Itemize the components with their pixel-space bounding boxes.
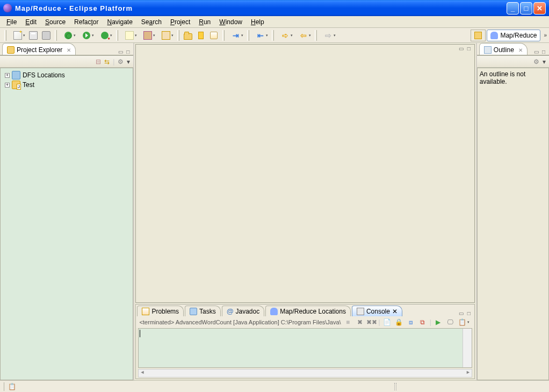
menu-window[interactable]: Window	[215, 17, 247, 27]
window-close-button[interactable]: ✕	[533, 2, 546, 14]
close-icon[interactable]: ✕	[392, 308, 398, 315]
open-perspective-button[interactable]	[471, 30, 486, 41]
new-java-button[interactable]	[121, 30, 138, 41]
tab-console[interactable]: Console ✕	[352, 306, 402, 316]
link-editor-button[interactable]: ⇆	[104, 58, 110, 66]
open-icon: ▶	[436, 318, 440, 326]
run-button[interactable]	[78, 30, 95, 41]
task-button[interactable]	[208, 30, 220, 41]
back-button[interactable]: ⇦	[295, 30, 312, 41]
display-console-button[interactable]: 🖵	[445, 317, 455, 327]
bottom-view-controls: ▭ □	[458, 310, 474, 316]
scroll-lock-button[interactable]: 🔒	[394, 317, 404, 327]
view-menu-button[interactable]: ▾	[127, 58, 130, 66]
expand-toggle[interactable]: +	[5, 73, 10, 78]
close-icon[interactable]: ✕	[518, 47, 523, 53]
console-output[interactable]	[138, 328, 472, 368]
maximize-editor-button[interactable]: □	[466, 46, 472, 52]
window-maximize-button[interactable]: □	[520, 2, 532, 14]
minimize-editor-button[interactable]: ▭	[458, 46, 464, 52]
print-button[interactable]	[40, 30, 52, 41]
tab-mapreduce-locations[interactable]: Map/Reduce Locations	[265, 306, 351, 316]
window-minimize-button[interactable]: _	[507, 2, 519, 14]
tree-label: Test	[23, 81, 34, 89]
workbench: Project Explorer ✕ ▭ □ ⊟ ⇆ | ⚙ ▾ + DFS L…	[0, 43, 549, 380]
new-button[interactable]	[9, 30, 26, 41]
save-button[interactable]	[27, 30, 39, 41]
tab-tasks[interactable]: Tasks	[185, 306, 221, 316]
tree-item-test[interactable]: + Test	[3, 80, 131, 90]
new-console-button[interactable]: 📋▾	[457, 317, 471, 327]
expand-toggle[interactable]: +	[5, 83, 10, 88]
remove-launch-button[interactable]: ✖	[355, 317, 365, 327]
status-separator[interactable]	[394, 383, 396, 390]
new-folder-button[interactable]	[157, 30, 175, 41]
toolbar-grip[interactable]	[272, 30, 274, 41]
status-grip[interactable]	[4, 382, 6, 391]
menu-navigate[interactable]: Navigate	[103, 17, 136, 27]
new-package-button[interactable]	[139, 30, 156, 41]
maximize-view-button[interactable]: □	[125, 49, 131, 55]
menu-refactor[interactable]: Refactor	[70, 17, 103, 27]
elephant-icon	[490, 32, 498, 39]
project-explorer-body[interactable]: + DFS Locations + Test	[0, 68, 133, 380]
folder-icon	[7, 46, 15, 54]
forward-disabled-button[interactable]: ⇨	[320, 30, 337, 41]
maximize-view-button[interactable]: □	[466, 310, 472, 316]
outline-menu-button[interactable]: ▾	[543, 58, 546, 66]
menu-edit[interactable]: Edit	[21, 17, 41, 27]
nav-in-button[interactable]: ⇥	[227, 30, 244, 41]
minimize-view-button[interactable]: ▭	[532, 49, 539, 55]
clear-console-button[interactable]: 📄	[382, 317, 392, 327]
open-console-button[interactable]: ▶	[434, 317, 443, 327]
menu-project[interactable]: Project	[166, 17, 194, 27]
left-column: Project Explorer ✕ ▭ □ ⊟ ⇆ | ⚙ ▾ + DFS L…	[0, 43, 134, 380]
menu-file[interactable]: File	[2, 17, 21, 27]
run-external-button[interactable]	[96, 30, 113, 41]
editor-area[interactable]: ▭ □	[135, 44, 474, 303]
perspective-mapreduce[interactable]: Map/Reduce	[487, 30, 540, 41]
tab-label: Tasks	[199, 308, 216, 315]
toolbar-grip[interactable]	[116, 30, 118, 41]
task-icon	[210, 32, 218, 39]
close-icon[interactable]: ✕	[67, 47, 71, 53]
perspective-label: Map/Reduce	[500, 32, 537, 39]
tab-javadoc[interactable]: @ Javadoc	[222, 306, 264, 316]
console-horizontal-scrollbar[interactable]	[138, 369, 472, 378]
remove-all-button[interactable]: ✖✖	[367, 317, 377, 327]
show-icon: ⧉	[420, 318, 425, 326]
terminate-button[interactable]: ■	[343, 317, 353, 327]
filter-button[interactable]: ⚙	[118, 58, 124, 66]
toolbar-grip[interactable]	[222, 30, 225, 41]
toolbar-grip[interactable]	[315, 30, 317, 41]
debug-button[interactable]	[60, 30, 77, 41]
next-button[interactable]: ➪	[277, 30, 294, 41]
toolbar-grip[interactable]	[247, 30, 249, 41]
pin-console-button[interactable]: ⧈	[406, 317, 416, 327]
tab-problems[interactable]: Problems	[137, 306, 184, 316]
maximize-view-button[interactable]: □	[540, 49, 547, 55]
toolbar-grip[interactable]	[177, 30, 179, 41]
show-console-button[interactable]: ⧉	[418, 317, 428, 327]
toolbar-overflow[interactable]: »	[544, 32, 547, 38]
project-explorer-toolbar: ⊟ ⇆ | ⚙ ▾	[0, 56, 133, 68]
minimize-view-button[interactable]: ▭	[458, 310, 464, 316]
project-explorer-tab[interactable]: Project Explorer ✕	[2, 43, 76, 55]
collapse-all-button[interactable]: ⊟	[96, 58, 101, 66]
bookmark-button[interactable]	[195, 30, 207, 41]
toolbar-grip[interactable]	[55, 30, 57, 41]
toolbar-grip[interactable]	[4, 30, 6, 41]
menu-source[interactable]: Source	[41, 17, 70, 27]
open-resource-button[interactable]	[182, 30, 194, 41]
minimize-view-button[interactable]: ▭	[117, 49, 123, 55]
menu-help[interactable]: Help	[247, 17, 269, 27]
nav-out-button[interactable]: ⇤	[252, 30, 269, 41]
menu-search[interactable]: Search	[137, 17, 166, 27]
tree-item-dfs[interactable]: + DFS Locations	[3, 70, 131, 80]
new-icon	[13, 31, 22, 40]
outline-filter-button[interactable]: ⚙	[533, 58, 539, 66]
outline-tab[interactable]: Outline ✕	[479, 43, 528, 55]
outline-body[interactable]: An outline is not available.	[477, 68, 549, 380]
menu-run[interactable]: Run	[194, 17, 215, 27]
new-package-icon	[143, 31, 152, 40]
